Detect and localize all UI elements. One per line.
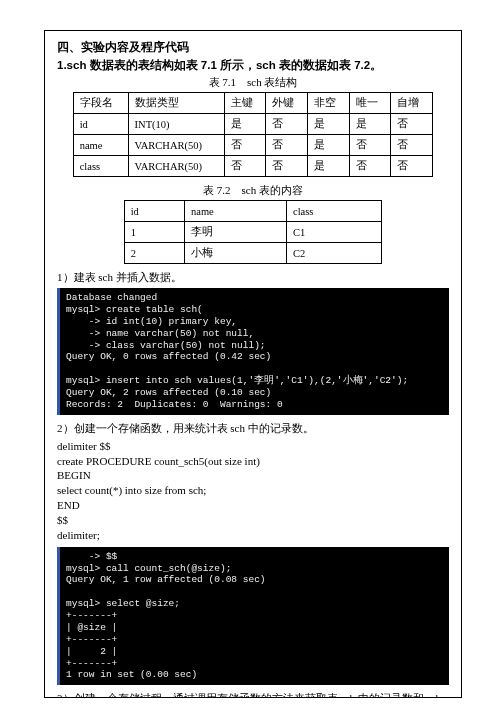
section-heading: 四、实验内容及程序代码	[57, 39, 449, 56]
table-72: id name class 1 李明 C1 2 小梅 C2	[124, 200, 383, 264]
step3-label: 3）创建一个存储过程，通过调用存储函数的方法来获取表 sch 中的记录数和 sc…	[57, 691, 449, 698]
item1-heading: 1.sch 数据表的表结构如表 7.1 所示，sch 表的数据如表 7.2。	[57, 58, 449, 73]
code-block-2: delimiter $$ create PROCEDURE count_sch5…	[57, 439, 449, 543]
table-row: name VARCHAR(50) 否 否 是 否 否	[73, 135, 433, 156]
step1-label: 1）建表 sch 并插入数据。	[57, 270, 449, 285]
page: 四、实验内容及程序代码 1.sch 数据表的表结构如表 7.1 所示，sch 表…	[0, 0, 500, 708]
th: 自增	[391, 93, 433, 114]
terminal-output-1: Database changed mysql> create table sch…	[57, 288, 449, 415]
table-row: 1 李明 C1	[124, 222, 382, 243]
table-row: 字段名 数据类型 主键 外键 非空 唯一 自增	[73, 93, 433, 114]
content-frame: 四、实验内容及程序代码 1.sch 数据表的表结构如表 7.1 所示，sch 表…	[44, 30, 462, 698]
table71-caption: 表 7.1 sch 表结构	[57, 75, 449, 90]
table-71: 字段名 数据类型 主键 外键 非空 唯一 自增 id INT(10) 是 否 是…	[73, 92, 434, 177]
th: 非空	[308, 93, 350, 114]
th: name	[185, 201, 287, 222]
terminal-output-2: -> $$ mysql> call count_sch(@size); Quer…	[57, 547, 449, 686]
table-row: class VARCHAR(50) 否 否 是 否 否	[73, 156, 433, 177]
table-row: id INT(10) 是 否 是 是 否	[73, 114, 433, 135]
step2-label: 2）创建一个存储函数，用来统计表 sch 中的记录数。	[57, 421, 449, 436]
th: id	[124, 201, 184, 222]
th: class	[287, 201, 382, 222]
th: 外键	[266, 93, 308, 114]
th: 数据类型	[128, 93, 224, 114]
th: 主键	[224, 93, 266, 114]
th: 唯一	[349, 93, 391, 114]
th: 字段名	[73, 93, 128, 114]
table72-caption: 表 7.2 sch 表的内容	[57, 183, 449, 198]
table-row: 2 小梅 C2	[124, 243, 382, 264]
table-row: id name class	[124, 201, 382, 222]
